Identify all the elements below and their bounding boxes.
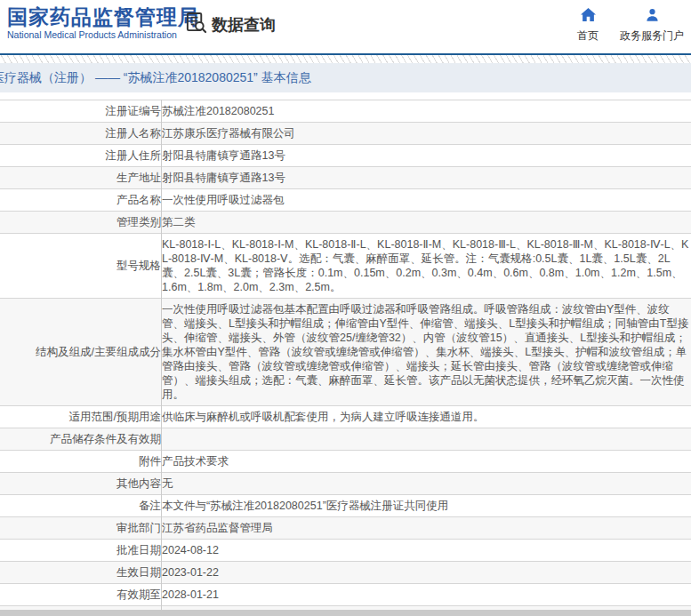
row-label: 管理类别	[0, 212, 162, 234]
table-row: 型号规格KL-8018-Ⅰ-L、KL-8018-Ⅰ-M、KL-8018-Ⅱ-L、…	[0, 234, 691, 299]
table-row: 注册人名称江苏康乐医疗器械有限公司	[0, 123, 691, 145]
table-row: 有效期至2028-01-21	[0, 584, 691, 606]
spacer	[0, 92, 691, 100]
row-label: 注册人名称	[0, 123, 162, 145]
nav-item-portal[interactable]: 政务服务门户	[620, 8, 684, 44]
row-value: 2023-01-22	[162, 562, 691, 584]
row-label: 其他内容	[0, 473, 162, 495]
table-row: 附件产品技术要求	[0, 451, 691, 473]
row-value: 江苏省药品监督管理局	[162, 517, 691, 540]
table-row: 其他内容无	[0, 473, 691, 495]
row-label: 型号规格	[0, 234, 162, 299]
table-row: 生效日期2023-01-22	[0, 562, 691, 584]
nmpa-logo: 国家药品监督管理局 National Medical Products Admi…	[7, 6, 199, 41]
row-value: 供临床与麻醉机或呼吸机配套使用，为病人建立呼吸连接通道用。	[162, 406, 691, 428]
striped-divider	[0, 55, 691, 63]
row-label: 备注	[0, 495, 162, 517]
row-label: 注册证编号	[0, 100, 162, 123]
info-table-body: 注册证编号苏械注准20182080251注册人名称江苏康乐医疗器械有限公司注册人…	[0, 100, 691, 616]
row-value: 无	[162, 473, 691, 495]
row-value: 苏械注准20182080251	[162, 100, 691, 123]
row-label: 批准日期	[0, 540, 162, 562]
user-icon	[646, 8, 659, 25]
breadcrumb: 医疗器械（注册） —— “苏械注准20182080251” 基本信息	[0, 70, 311, 86]
row-label: 结构及组成/主要组成成分	[0, 299, 162, 406]
table-row: 审批部门江苏省药品监督管理局	[0, 517, 691, 540]
table-row: 注册人住所射阳县特庸镇亨通路13号	[0, 145, 691, 167]
row-value: 第二类	[162, 212, 691, 234]
row-label: 附件	[0, 451, 162, 473]
row-label: 生产地址	[0, 167, 162, 189]
header: 国家药品监督管理局 National Medical Products Admi…	[0, 0, 691, 55]
table-row: 管理类别第二类	[0, 212, 691, 234]
header-nav: 首页 政务服务门户	[577, 8, 684, 44]
row-value: 射阳县特庸镇亨通路13号	[162, 145, 691, 167]
row-value: 2028-01-21	[162, 584, 691, 606]
logo-title-cn: 国家药品监督管理局	[7, 6, 199, 28]
nav-item-home[interactable]: 首页	[577, 8, 599, 44]
row-value: 本文件与“苏械注准20182080251”医疗器械注册证共同使用	[162, 495, 691, 517]
row-label: 有效期至	[0, 584, 162, 606]
registration-info-table: 注册证编号苏械注准20182080251注册人名称江苏康乐医疗器械有限公司注册人…	[0, 100, 691, 616]
data-query-icon	[185, 12, 207, 37]
logo-title-en: National Medical Products Administration	[7, 30, 199, 41]
table-row: 生产地址射阳县特庸镇亨通路13号	[0, 167, 691, 189]
table-row: 适用范围/预期用途供临床与麻醉机或呼吸机配套使用，为病人建立呼吸连接通道用。	[0, 406, 691, 428]
page-bottom-strip	[0, 610, 691, 616]
table-row: 备注本文件与“苏械注准20182080251”医疗器械注册证共同使用	[0, 495, 691, 517]
row-value: 2024-08-12	[162, 540, 691, 562]
table-row: 注册证编号苏械注准20182080251	[0, 100, 691, 123]
row-value: 射阳县特庸镇亨通路13号	[162, 167, 691, 189]
table-row: 批准日期2024-08-12	[0, 540, 691, 562]
row-value: 产品技术要求	[162, 451, 691, 473]
row-label: 产品储存条件及有效期	[0, 428, 162, 451]
row-value: 一次性使用呼吸过滤器包	[162, 189, 691, 212]
row-label: 产品名称	[0, 189, 162, 212]
table-row: 产品储存条件及有效期	[0, 428, 691, 451]
row-label: 生效日期	[0, 562, 162, 584]
row-value: 一次性使用呼吸过滤器包基本配置由呼吸过滤器和呼吸管路组成。呼吸管路组成：波纹管由…	[162, 299, 691, 406]
row-label: 审批部门	[0, 517, 162, 540]
table-row: 结构及组成/主要组成成分一次性使用呼吸过滤器包基本配置由呼吸过滤器和呼吸管路组成…	[0, 299, 691, 406]
nav-item-label: 政务服务门户	[620, 28, 684, 44]
data-query-title: 数据查询	[212, 14, 276, 36]
row-value: KL-8018-Ⅰ-L、KL-8018-Ⅰ-M、KL-8018-Ⅱ-L、KL-8…	[162, 234, 691, 299]
breadcrumb-bar: 医疗器械（注册） —— “苏械注准20182080251” 基本信息	[0, 63, 691, 92]
table-row: 产品名称一次性使用呼吸过滤器包	[0, 189, 691, 212]
row-label: 注册人住所	[0, 145, 162, 167]
row-value	[162, 428, 691, 451]
nav-item-label: 首页	[577, 28, 599, 44]
home-icon	[581, 8, 596, 25]
row-value: 江苏康乐医疗器械有限公司	[162, 123, 691, 145]
row-label: 适用范围/预期用途	[0, 406, 162, 428]
data-query-section: 数据查询	[185, 12, 276, 37]
